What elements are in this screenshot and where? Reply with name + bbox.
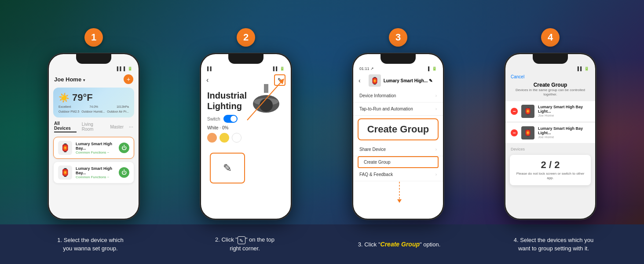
tab-master[interactable]: Master bbox=[110, 125, 124, 129]
chevron-share: › bbox=[435, 147, 437, 152]
tab-all-devices[interactable]: All Devices bbox=[54, 121, 77, 132]
device-header-area: 🏮 Lumary Smart High... ✎ bbox=[363, 74, 438, 87]
phones-area: 1 ▌▌ ▌ 🔋 Joe Home + bbox=[0, 0, 644, 224]
devices-section-label: Devices bbox=[505, 144, 595, 152]
tab-living-room[interactable]: Living Room bbox=[82, 122, 105, 132]
caption-2-text: 2. Click "✎" on the topright corner. bbox=[215, 236, 274, 252]
remove-device-2[interactable]: − bbox=[511, 129, 518, 136]
status-icons-3: ▌ 🔋 bbox=[428, 66, 437, 71]
device-sub-1: Common Functions ~ bbox=[76, 150, 115, 154]
phone-column-4: 4 ▌▌ 🔋 Cancel Create Group bbox=[504, 28, 596, 220]
swatch-white[interactable] bbox=[232, 133, 242, 143]
phone-notch-4 bbox=[533, 54, 568, 64]
caption-bar: 1. Select the device whichyou wanna set … bbox=[0, 224, 644, 264]
caption-4: 4. Select the devices which youwant to g… bbox=[476, 236, 631, 253]
caption-3-text: 3. Click "Create Group" option. bbox=[358, 241, 441, 248]
device-icon-1: 🏮 bbox=[58, 141, 72, 155]
menu-tap-run[interactable]: Tap-to-Run and Automation › bbox=[353, 103, 443, 116]
menu-device-info[interactable]: Device Information › bbox=[353, 89, 443, 103]
main-container: 1 ▌▌ ▌ 🔋 Joe Home + bbox=[0, 0, 644, 264]
phone3-header: ‹ 🏮 Lumary Smart High... ✎ bbox=[353, 73, 443, 89]
menu-tap-run-label: Tap-to-Run and Automation bbox=[359, 106, 413, 111]
hpa: 1013hPa bbox=[117, 105, 129, 108]
humidity-label: Outdoor Humid... bbox=[81, 110, 105, 113]
device-icon-2: 🏮 bbox=[58, 165, 72, 180]
swatch-yellow[interactable] bbox=[220, 133, 229, 143]
color-swatches bbox=[201, 131, 291, 144]
device-info-1: Lumary Smart High Bay... Common Function… bbox=[76, 142, 115, 154]
back-button-2[interactable]: ‹ bbox=[206, 76, 209, 84]
power-button-2[interactable]: ⏻ bbox=[119, 167, 129, 178]
svg-marker-6 bbox=[397, 199, 402, 203]
create-group-menu-item[interactable]: Create Group bbox=[358, 156, 439, 168]
device-tabs: All Devices Living Room Master ··· bbox=[49, 117, 139, 134]
ceiling-light-image bbox=[247, 83, 285, 120]
more-tabs-button[interactable]: ··· bbox=[129, 124, 133, 130]
phone-notch-3 bbox=[381, 54, 416, 64]
phone4-header: Cancel bbox=[505, 73, 595, 82]
step-badge-2: 2 bbox=[237, 28, 255, 47]
create-group-caption-highlight: Create Group bbox=[381, 241, 420, 248]
menu-faq[interactable]: FAQ & Feedback › bbox=[353, 168, 443, 181]
step-badge-1: 1 bbox=[84, 28, 103, 47]
device-name-4-2: Lumary Smart High Bay Light... bbox=[538, 126, 590, 135]
step-badge-3: 3 bbox=[389, 28, 407, 47]
ceiling-light-svg bbox=[249, 84, 284, 119]
weather-details: Excellent 74.0% 1013hPa bbox=[59, 105, 129, 108]
svg-rect-0 bbox=[264, 84, 268, 93]
caption-1: 1. Select the device whichyou wanna set … bbox=[13, 236, 168, 253]
device-header-title: Lumary Smart High... ✎ bbox=[384, 78, 432, 83]
phone2-content: ▌▌ ▌▌ 🔋 ‹ ✎ bbox=[201, 54, 291, 219]
switch-label: Switch bbox=[207, 117, 220, 121]
air-label: Outdoor Air Pr... bbox=[107, 110, 129, 113]
sun-icon: ☀️ bbox=[59, 92, 70, 103]
joe-home-label[interactable]: Joe Home bbox=[54, 76, 86, 83]
device-name-1: Lumary Smart High Bay... bbox=[76, 142, 115, 150]
create-group-highlight: Create Group bbox=[358, 118, 439, 140]
menu-device-info-label: Device Information bbox=[359, 93, 396, 98]
device-loc-4-2: Joe Home bbox=[538, 135, 590, 139]
device-sub-2: Common Functions ~ bbox=[76, 175, 115, 179]
phone-frame-3: 01:11 ↗ ▌ 🔋 ‹ 🏮 Lumary Smart High... ✎ D… bbox=[352, 53, 444, 220]
weather-label: Excellent bbox=[59, 105, 71, 108]
menu-share[interactable]: Share Device › bbox=[353, 143, 443, 156]
device-header-icon: 🏮 bbox=[369, 74, 381, 87]
phone-frame-4: ▌▌ 🔋 Cancel Create Group Devices in the … bbox=[504, 53, 596, 220]
caption-4-text: 4. Select the devices which youwant to g… bbox=[514, 237, 593, 252]
device-row-4-1[interactable]: − 🏮 Lumary Smart High Bay Light... Joe H… bbox=[505, 101, 595, 121]
device-thumbnail-1: 🏮 bbox=[521, 105, 534, 118]
cancel-button[interactable]: Cancel bbox=[511, 74, 524, 79]
phone-column-2: 2 ▌▌ ▌▌ 🔋 ‹ ✎ bbox=[200, 28, 292, 220]
svg-point-3 bbox=[260, 99, 273, 112]
toggle-switch[interactable] bbox=[223, 115, 238, 123]
edit-pencil-icon: ✎ bbox=[278, 77, 282, 83]
phone-frame-1: ▌▌ ▌ 🔋 Joe Home + ☀️ 79°F bbox=[48, 53, 140, 220]
progress-subtitle: Please do not lock screen or switch to o… bbox=[515, 172, 585, 181]
power-button-1[interactable]: ⏻ bbox=[119, 143, 129, 153]
chevron-device-info: › bbox=[435, 93, 437, 98]
progress-number: 2 / 2 bbox=[515, 159, 585, 171]
remove-device-1[interactable]: − bbox=[511, 108, 518, 115]
phone-frame-2: ▌▌ ▌▌ 🔋 ‹ ✎ bbox=[200, 53, 292, 220]
device-thumbnail-2: 🏮 bbox=[521, 126, 534, 139]
white-percentage: White · 0% bbox=[201, 125, 291, 131]
device-name-2: Lumary Smart High Bay... bbox=[76, 166, 115, 175]
weather-sub-labels: Outdoor PM2.5 Outdoor Humid... Outdoor A… bbox=[59, 110, 129, 113]
status-icons-2-right: ▌▌ 🔋 bbox=[273, 66, 285, 71]
phone-notch-1 bbox=[76, 54, 111, 64]
device-card-2[interactable]: 🏮 Lumary Smart High Bay... Common Functi… bbox=[53, 161, 134, 183]
phone4-content: ▌▌ 🔋 Cancel Create Group Devices in the … bbox=[505, 54, 595, 219]
phone-inner-2: ▌▌ ▌▌ 🔋 ‹ ✎ bbox=[201, 54, 291, 219]
device-info-2: Lumary Smart High Bay... Common Function… bbox=[76, 166, 115, 179]
progress-box: 2 / 2 Please do not lock screen or switc… bbox=[510, 155, 591, 185]
device-card-1[interactable]: 🏮 Lumary Smart High Bay... Common Functi… bbox=[53, 137, 134, 159]
create-group-subtitle: Devices in the same group can be control… bbox=[505, 88, 595, 100]
device-row-4-2[interactable]: − 🏮 Lumary Smart High Bay Light... Joe H… bbox=[505, 123, 595, 143]
add-device-button[interactable]: + bbox=[124, 74, 133, 84]
status-icons-1: ▌▌ ▌ 🔋 bbox=[117, 66, 132, 71]
status-icons-2-left: ▌▌ bbox=[207, 66, 213, 71]
swatch-orange[interactable] bbox=[207, 133, 217, 143]
edit-overlay-box: ✎ bbox=[210, 153, 245, 183]
device-loc-4-1: Joe Home bbox=[538, 114, 590, 117]
back-button-3[interactable]: ‹ bbox=[359, 77, 361, 84]
